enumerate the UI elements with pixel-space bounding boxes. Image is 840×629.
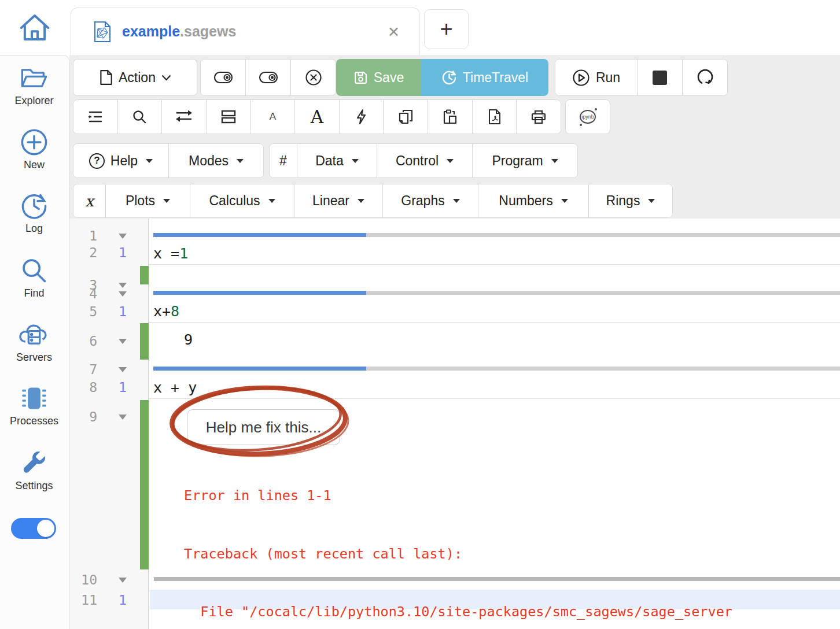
line-number: 2 — [69, 245, 97, 260]
sidebar-item-explorer[interactable]: Explorer — [0, 62, 68, 107]
gutter-row: 5 1 — [69, 303, 149, 320]
sidebar-label: Find — [0, 287, 68, 299]
caret-down-icon — [551, 159, 558, 163]
toggle-output-button[interactable] — [201, 60, 246, 95]
sidebar-item-new[interactable]: New — [0, 127, 68, 171]
replace-button[interactable] — [162, 100, 207, 134]
help-menu[interactable]: ? Help — [73, 144, 169, 177]
sidebar-item-settings[interactable]: Settings — [0, 447, 68, 492]
save-button[interactable]: Save — [336, 59, 421, 96]
close-tab-icon[interactable]: ✕ — [388, 23, 400, 40]
plots-menu[interactable]: Plots — [106, 184, 190, 217]
home-icon — [17, 10, 53, 44]
home-button[interactable] — [15, 8, 54, 46]
toggle-knob — [37, 520, 54, 537]
search-icon — [0, 255, 68, 286]
print-button[interactable] — [517, 100, 561, 134]
gutter-row: 4 — [69, 285, 149, 302]
line-number: 8 — [69, 380, 97, 395]
graphs-menu[interactable]: Graphs — [383, 184, 478, 217]
data-menu[interactable]: Data — [297, 144, 377, 177]
shell-button[interactable] — [340, 100, 384, 134]
delete-output-button[interactable] — [291, 60, 336, 95]
numbers-menu[interactable]: Numbers — [478, 184, 589, 217]
exec-count: 1 — [111, 380, 134, 395]
toggle-switch-icon — [259, 71, 278, 84]
circle-x-icon — [305, 69, 322, 86]
caret-down-icon — [447, 159, 454, 163]
timetravel-clock-icon — [441, 70, 457, 86]
fold-icon[interactable] — [119, 367, 127, 372]
modes-menu[interactable]: Modes — [169, 144, 263, 177]
program-menu[interactable]: Program — [473, 144, 577, 177]
caret-down-icon — [237, 159, 244, 163]
variable-x-button[interactable]: x — [73, 184, 106, 217]
gutter-row: 1 — [69, 227, 149, 245]
fold-icon[interactable] — [119, 234, 127, 239]
split-view-button[interactable] — [207, 100, 251, 134]
cell-divider[interactable] — [153, 233, 840, 237]
line-number: 7 — [69, 362, 97, 377]
hash-button[interactable]: # — [270, 144, 297, 177]
tab-file-name: example — [122, 23, 180, 39]
search-button[interactable] — [118, 100, 163, 134]
toggle-input-button[interactable] — [246, 60, 291, 95]
history-clock-icon — [0, 190, 68, 221]
fold-icon[interactable] — [119, 339, 127, 344]
export-ipynb-button[interactable]: ipynb — [566, 100, 610, 134]
control-menu[interactable]: Control — [377, 144, 473, 177]
help-me-fix-this-button[interactable]: Help me fix this... — [187, 409, 340, 445]
gutter-row: 11 1 — [69, 591, 149, 609]
fold-icon[interactable] — [119, 291, 127, 297]
error-traceback: Error in lines 1-1 Traceback (most recen… — [184, 447, 732, 629]
sidebar-label: Settings — [0, 480, 68, 492]
fold-icon[interactable] — [119, 415, 127, 420]
fold-icon[interactable] — [119, 578, 127, 583]
rings-label: Rings — [606, 193, 640, 209]
paste-icon — [442, 109, 458, 125]
sidebar-item-servers[interactable]: Servers — [0, 319, 68, 364]
rings-menu[interactable]: Rings — [589, 184, 672, 217]
paste-button[interactable] — [428, 100, 473, 134]
wrench-icon — [0, 447, 68, 479]
worksheet-editor[interactable]: 1 2 1 3 4 5 1 6 7 8 1 — [69, 219, 840, 629]
gutter-row: 10 — [69, 571, 149, 589]
code-line-input[interactable]: x + y — [149, 377, 840, 399]
code-line-input[interactable]: x+8 — [149, 301, 840, 323]
save-timetravel-group: Save TimeTravel — [336, 59, 548, 96]
plus-icon: + — [440, 17, 452, 42]
indent-icon — [87, 110, 104, 124]
cell-divider[interactable] — [153, 291, 840, 295]
action-menu-button[interactable]: Action — [73, 60, 197, 95]
indent-button[interactable] — [73, 100, 118, 134]
help-label: Help — [110, 153, 138, 169]
cocalc-window: example.sagews ✕ + Explorer — [0, 0, 840, 629]
sidebar-item-log[interactable]: Log — [0, 190, 68, 235]
sidebar-item-processes[interactable]: Processes — [0, 383, 68, 427]
increase-font-button[interactable]: A — [295, 100, 340, 134]
copy-button[interactable] — [384, 100, 428, 134]
decrease-font-button[interactable]: A — [251, 100, 296, 134]
tab-file-ext: .sagews — [180, 23, 236, 39]
linear-label: Linear — [312, 193, 349, 209]
line-number: 6 — [69, 334, 97, 349]
timetravel-button[interactable]: TimeTravel — [421, 59, 548, 96]
code-line-input[interactable]: x = 1 — [149, 243, 840, 265]
sidebar-item-find[interactable]: Find — [0, 255, 68, 299]
calculus-menu[interactable]: Calculus — [190, 184, 294, 217]
cell-divider[interactable] — [153, 367, 840, 371]
gutter-row: 9 — [69, 408, 149, 426]
help-modes-group: ? Help Modes — [73, 143, 264, 178]
new-tab-button[interactable]: + — [424, 9, 469, 49]
run-button[interactable]: Run — [555, 60, 638, 95]
output-flag-bar — [140, 266, 149, 284]
sidebar-toggle-switch[interactable] — [11, 518, 56, 539]
export-pdf-button[interactable] — [473, 100, 517, 134]
tab-example-sagews[interactable]: example.sagews ✕ — [71, 8, 420, 55]
restart-button[interactable] — [683, 60, 727, 95]
exec-count: 1 — [111, 245, 134, 260]
math-menus-group: x Plots Calculus Linear Graphs Numbers R… — [73, 184, 673, 218]
linear-menu[interactable]: Linear — [294, 184, 383, 217]
folder-open-icon — [0, 62, 68, 94]
stop-button[interactable] — [638, 60, 683, 95]
